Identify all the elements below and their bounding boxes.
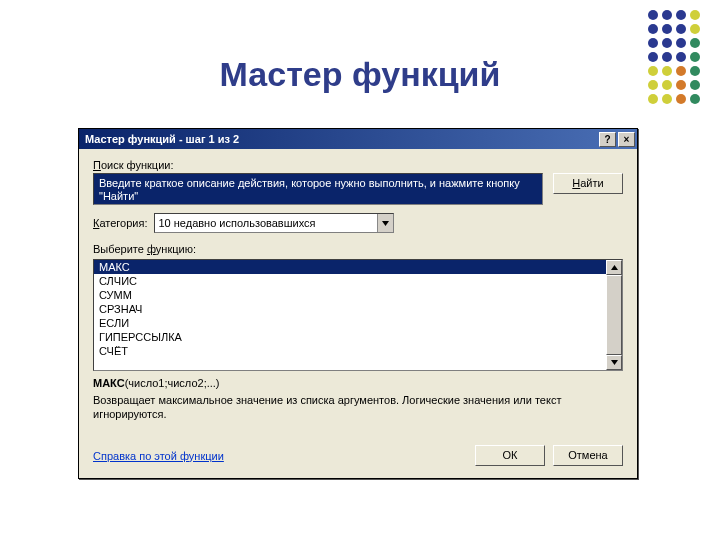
scroll-track[interactable] bbox=[606, 275, 622, 355]
search-input[interactable]: Введите краткое описание действия, котор… bbox=[93, 173, 543, 205]
list-item[interactable]: МАКС bbox=[94, 260, 606, 274]
list-item[interactable]: СУММ bbox=[94, 288, 606, 302]
ok-button[interactable]: ОК bbox=[475, 445, 545, 466]
function-description: Возвращает максимальное значение из спис… bbox=[93, 393, 623, 421]
function-list[interactable]: МАКССЛЧИССУММСРЗНАЧЕСЛИГИПЕРССЫЛКАСЧЁТ bbox=[94, 260, 606, 370]
titlebar: Мастер функций - шаг 1 из 2 ? × bbox=[79, 129, 637, 149]
list-item[interactable]: СЧЁТ bbox=[94, 344, 606, 358]
search-label: Поиск функции: bbox=[93, 159, 623, 171]
slide-title: Мастер функций bbox=[0, 55, 720, 94]
dropdown-icon[interactable] bbox=[377, 214, 393, 232]
scroll-down-icon[interactable] bbox=[606, 355, 622, 370]
svg-marker-0 bbox=[382, 221, 389, 226]
dialog-title: Мастер функций - шаг 1 из 2 bbox=[85, 133, 597, 145]
cancel-button[interactable]: Отмена bbox=[553, 445, 623, 466]
scroll-up-icon[interactable] bbox=[606, 260, 622, 275]
list-item[interactable]: ГИПЕРССЫЛКА bbox=[94, 330, 606, 344]
scrollbar[interactable] bbox=[606, 260, 622, 370]
decorative-dots bbox=[648, 10, 702, 106]
category-value: 10 недавно использовавшихся bbox=[155, 217, 377, 229]
list-item[interactable]: СРЗНАЧ bbox=[94, 302, 606, 316]
svg-marker-2 bbox=[611, 360, 618, 365]
choose-function-label: Выберите функцию: bbox=[93, 243, 623, 255]
find-button[interactable]: Найти bbox=[553, 173, 623, 194]
category-select[interactable]: 10 недавно использовавшихся bbox=[154, 213, 394, 233]
category-label: Категория: bbox=[93, 217, 148, 229]
function-signature: МАКС(число1;число2;...) bbox=[93, 377, 623, 389]
function-wizard-dialog: Мастер функций - шаг 1 из 2 ? × Поиск фу… bbox=[78, 128, 638, 479]
svg-marker-1 bbox=[611, 265, 618, 270]
scroll-thumb[interactable] bbox=[606, 275, 622, 355]
help-link[interactable]: Справка по этой функции bbox=[93, 450, 467, 462]
function-list-container: МАКССЛЧИССУММСРЗНАЧЕСЛИГИПЕРССЫЛКАСЧЁТ bbox=[93, 259, 623, 371]
list-item[interactable]: ЕСЛИ bbox=[94, 316, 606, 330]
help-button[interactable]: ? bbox=[599, 132, 616, 147]
list-item[interactable]: СЛЧИС bbox=[94, 274, 606, 288]
close-button[interactable]: × bbox=[618, 132, 635, 147]
